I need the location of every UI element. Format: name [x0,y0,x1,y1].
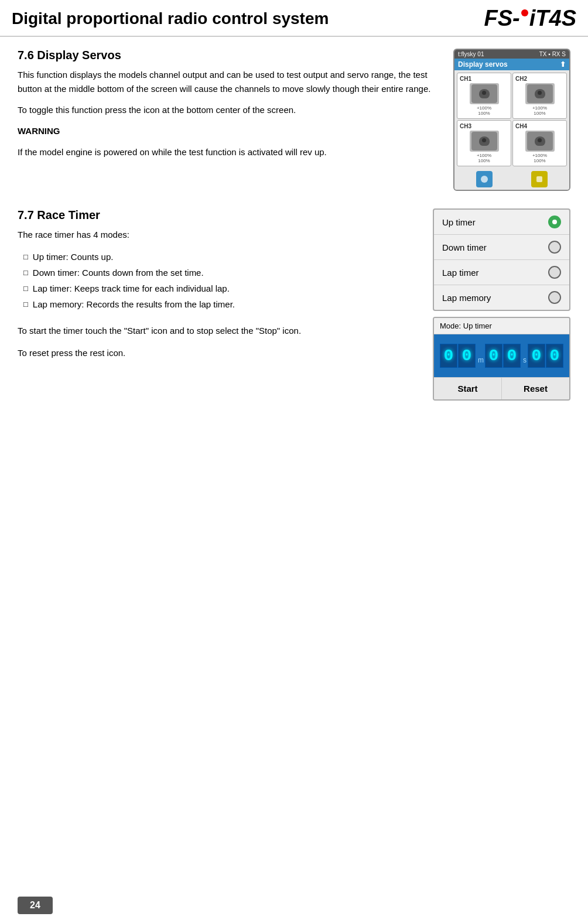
device-screen-title: Display servos [458,60,508,69]
timer-display-box: Mode: Up timer 0 0 m 0 0 s 0 0 [433,317,570,401]
status-text: t:flysky 01 [458,51,484,57]
device-up-icon: ⬆ [560,60,566,69]
subscript-s: s [523,356,527,364]
digit-mm1: 0 [440,344,457,368]
channel-box-ch3: CH3 +100%100% [457,120,511,166]
logo-it4s-text: iT4S [529,6,576,31]
digit-ss1: 0 [485,344,502,368]
section-77-body1: To start the timer touch the "Start" ico… [18,324,421,338]
header-title: Digital proportional radio control syste… [12,9,329,28]
svg-rect-1 [536,176,542,182]
section-77: 7.7 Race Timer The race timer has 4 mode… [18,208,570,401]
ch2-values: +100%100% [532,105,547,116]
ch3-icon [470,131,499,152]
timer-mode-label-3: Lap memory [442,293,491,303]
device-btn-yellow[interactable] [531,171,548,187]
ch4-values: +100%100% [532,153,547,163]
ch3-label: CH3 [460,123,471,129]
status-icons: TX ▪ RX S [539,51,566,57]
timer-mode-list: Up timer Down timer Lap timer Lap memory [433,208,570,311]
logo-dot [521,9,528,16]
timer-mode-item-3[interactable]: Lap memory [434,285,569,310]
mode-item-0: Up timer: Counts up. [23,249,421,265]
timer-mode-item-1[interactable]: Down timer [434,235,569,260]
section-77-right: Up timer Down timer Lap timer Lap memory [433,208,570,401]
section-77-intro: The race timer has 4 modes: [18,228,421,242]
mode-item-1: Down timer: Counts down from the set tim… [23,265,421,281]
digit-group-cs: 0 0 [528,344,563,368]
section-76-para1: This function displays the models channe… [18,68,442,96]
device-status-bar: t:flysky 01 TX ▪ RX S [454,50,569,59]
ch2-icon [525,83,555,104]
ch3-values: +100%100% [477,153,491,163]
ch1-values: +100%100% [477,105,491,116]
mode-item-2: Lap timer: Keeps track time for each ind… [23,281,421,296]
section-76-para2: To toggle this function press the icon a… [18,103,442,117]
digit-cs1: 0 [528,344,545,368]
ch4-icon [525,131,555,152]
timer-buttons: Start Reset [434,377,569,399]
section-77-body2: To reset press the rest icon. [18,346,421,360]
section-76-body: This function displays the models channe… [18,68,442,159]
section-77-body: The race timer has 4 modes: Up timer: Co… [18,228,421,360]
radio-lapmemory[interactable] [548,291,561,304]
section-76-warning-title: WARNING [18,124,442,138]
channel-box-ch4: CH4 +100%100% [512,120,567,166]
mode-list: Up timer: Counts up. Down timer: Counts … [23,249,421,312]
timer-mode-label-0: Up timer [442,217,476,227]
digit-mm2: 0 [458,344,476,368]
digit-cs2: 0 [546,344,563,368]
device-header-bar: Display servos ⬆ [454,59,569,70]
subscript-m: m [478,356,484,364]
device-footer [454,169,569,190]
svg-point-0 [481,176,488,183]
digit-group-ss: 0 0 [485,344,521,368]
digit-group-mm: 0 0 [440,344,476,368]
timer-mode-label-display: Mode: Up timer [434,318,569,334]
page-header: Digital proportional radio control syste… [0,0,588,37]
section-76-warning-body: If the model engine is powered on while … [18,145,442,159]
device-btn-blue[interactable] [476,171,493,187]
ch1-label: CH1 [460,76,471,82]
timer-mode-item-0[interactable]: Up timer [434,210,569,235]
ch2-label: CH2 [515,76,527,82]
section-76-title: 7.6 Display Servos [18,49,442,62]
ch1-icon [470,83,499,104]
reset-button[interactable]: Reset [502,378,569,399]
main-content: 7.6 Display Servos This function display… [0,37,588,412]
section-76-text: 7.6 Display Servos This function display… [18,49,442,191]
channel-box-ch2: CH2 +100%100% [512,73,567,119]
ch4-label: CH4 [515,123,527,129]
radio-uptimer[interactable] [548,216,561,228]
mode-item-3: Lap memory: Records the results from the… [23,296,421,312]
section-76: 7.6 Display Servos This function display… [18,49,570,191]
channels-grid: CH1 +100%100% CH2 [454,70,569,169]
timer-mode-label-1: Down timer [442,242,487,252]
timer-digits-area: 0 0 m 0 0 s 0 0 [434,334,569,377]
digit-ss2: 0 [503,344,521,368]
header-logo: FS- iT4S [484,6,576,31]
channel-box-ch1: CH1 +100%100% [457,73,511,119]
device-screen-76: t:flysky 01 TX ▪ RX S Display servos ⬆ C… [453,49,570,191]
page-number: 24 [18,897,53,914]
logo-fs-text: FS- [484,6,520,31]
timer-mode-item-2[interactable]: Lap timer [434,260,569,285]
section-77-title: 7.7 Race Timer [18,208,421,222]
radio-downtimer[interactable] [548,241,561,254]
section-77-text: 7.7 Race Timer The race timer has 4 mode… [18,208,421,401]
radio-laptimer[interactable] [548,266,561,279]
start-button[interactable]: Start [434,378,502,399]
timer-mode-label-2: Lap timer [442,268,479,278]
